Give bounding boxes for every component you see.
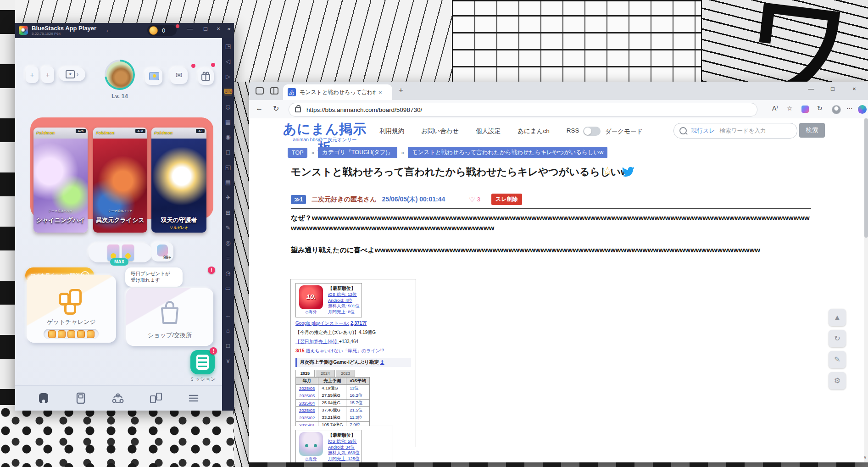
history-icon[interactable]: ↻ xyxy=(817,105,823,112)
like-heart-icon[interactable]: ♡ xyxy=(469,195,475,204)
add-slot-button-2[interactable]: + xyxy=(41,67,54,83)
table-cell[interactable]: 2025/05 xyxy=(296,392,318,400)
address-bar[interactable]: https://bbs.animanch.com/board/5098730/ xyxy=(289,103,757,117)
back-arrow-icon[interactable]: ← xyxy=(105,26,112,33)
android-home-icon[interactable]: ⌂ xyxy=(224,327,232,335)
profile-avatar-icon[interactable] xyxy=(832,105,841,114)
card-dex-button[interactable] xyxy=(145,68,162,85)
search-scope[interactable]: 現行スレ xyxy=(691,127,715,135)
browser-minimize-button[interactable]: — xyxy=(802,85,820,92)
site-nav-link-0[interactable]: 利用規約 xyxy=(379,127,404,135)
table-cell[interactable]: 2025/04 xyxy=(296,400,318,407)
scrollbar-down-icon[interactable]: ∨ xyxy=(863,455,867,460)
new-tab-button[interactable]: + xyxy=(399,86,403,95)
pack-dimension-crisis[interactable]: Pokémon A3a テーマ拡張パック 異次元クライシス xyxy=(93,128,147,233)
sidebar-collapse-icon[interactable]: « xyxy=(224,25,234,32)
post-anchor-badge[interactable]: ≫1 xyxy=(291,195,306,204)
overseas-link[interactable]: ◇海外 xyxy=(298,456,324,462)
install-count-link[interactable]: Google playインストール: xyxy=(295,321,349,326)
rank-link-0[interactable]: iOS 総合: 59位 xyxy=(328,439,360,445)
site-nav-link-2[interactable]: 個人設定 xyxy=(476,127,501,135)
search-input[interactable]: 現行スレ 検索ワードを入力 xyxy=(673,123,797,139)
pack-shining-high[interactable]: Pokémon A2b テーマ拡張パック シャイニングハイ xyxy=(33,128,88,233)
page-reload-button[interactable]: ↻ xyxy=(829,330,846,347)
nav-cards-tab[interactable] xyxy=(74,392,87,405)
rank-link-3[interactable]: 月間売上: 125位 xyxy=(328,456,360,462)
multi-instance-icon[interactable]: ⊞ xyxy=(224,209,232,217)
close-button[interactable]: × xyxy=(213,25,223,32)
rank-link-3[interactable]: 月間売上: 8位 xyxy=(328,309,360,315)
breadcrumb-item-1[interactable]: カテゴリ『TOUGH(タフ)』 xyxy=(318,147,397,158)
nav-home-tab[interactable] xyxy=(37,392,50,405)
page-settings-button[interactable]: ⚙ xyxy=(829,372,846,389)
tab-actions-icon[interactable] xyxy=(269,86,278,95)
maximize-button[interactable]: □ xyxy=(200,25,211,32)
minimize-button[interactable]: — xyxy=(185,25,195,32)
favorite-star-icon[interactable]: ☆ xyxy=(787,105,793,112)
write-post-button[interactable]: ✎ xyxy=(829,351,846,368)
site-nav-link-4[interactable]: RSS xyxy=(567,127,579,135)
nav-menu-tab[interactable] xyxy=(187,392,200,405)
performance-boost-icon[interactable]: ✈ xyxy=(224,194,232,202)
table-cell[interactable]: 2025/02 xyxy=(296,414,318,422)
rank-link-4[interactable]: 月間ファボ: 5位 xyxy=(328,461,360,462)
install-count-value[interactable]: 2,371万 xyxy=(351,321,367,326)
instance-manager-icon[interactable]: ≡ xyxy=(224,254,232,262)
twitter-icon[interactable] xyxy=(622,166,635,178)
get-challenge-card[interactable]: ゲットチャレンジ xyxy=(27,275,116,343)
year-tab-2024[interactable]: 2024 xyxy=(316,370,335,377)
bluestacks-titlebar[interactable]: BlueStacks App Player 5.22.75.1029 P64 ←… xyxy=(15,23,234,38)
browser-back-icon[interactable]: ← xyxy=(256,104,263,112)
table-cell[interactable]: 2025/06 xyxy=(296,385,318,392)
rank-link-1[interactable]: Android: 4位 xyxy=(328,298,360,304)
badge-button[interactable]: ★ › xyxy=(59,67,85,81)
site-nav-link-3[interactable]: あにまんch xyxy=(517,127,550,135)
dark-mode-toggle[interactable] xyxy=(583,127,601,136)
gift-button[interactable] xyxy=(198,68,214,85)
rank-link-0[interactable]: iOS 総合: 12位 xyxy=(328,292,360,298)
player-avatar[interactable] xyxy=(105,60,135,90)
breadcrumb-item-0[interactable]: TOP xyxy=(288,148,307,158)
rank-link-2[interactable]: 無料人気: 669位 xyxy=(328,450,360,456)
volume-icon[interactable]: ◁ xyxy=(224,57,232,66)
browser-tab[interactable]: あ モンストと戦わせろって言われたから戦 × xyxy=(283,84,392,100)
cursor-mode-icon[interactable]: ▷ xyxy=(224,72,232,81)
browser-essentials-icon[interactable] xyxy=(801,106,809,113)
game-guide-icon[interactable]: ▦ xyxy=(224,118,232,126)
android-recents-icon[interactable]: □ xyxy=(224,342,232,350)
table-cell[interactable]: 2025/03 xyxy=(296,407,318,414)
keyboard-controls-icon[interactable]: ⌨ xyxy=(224,88,232,96)
media-manager-icon[interactable]: ▤ xyxy=(224,178,232,187)
browser-refresh-icon[interactable]: ↻ xyxy=(273,104,279,113)
collapse-down-icon[interactable]: ∨ xyxy=(224,357,232,365)
screenshot-icon[interactable]: ◻ xyxy=(224,148,232,156)
sidebar-window-icon[interactable]: ▭ xyxy=(224,284,232,293)
region-capture-icon[interactable]: ◱ xyxy=(224,163,232,172)
android-back-icon[interactable]: ← xyxy=(224,311,232,320)
pack-twin-guardians[interactable]: Pokémon A3 双天の守護者 ソルガレオ xyxy=(151,128,206,233)
rotate-icon[interactable]: ◷ xyxy=(224,269,232,278)
macro-recorder-icon[interactable]: ◉ xyxy=(224,133,232,141)
news-link[interactable]: 超えちゃいけない「爆死」のライン!? xyxy=(306,348,384,353)
favorite-thread-star-icon[interactable]: ☆ xyxy=(602,164,612,178)
coin-counter[interactable]: 0 xyxy=(147,25,177,36)
tab-close-icon[interactable]: × xyxy=(378,89,382,96)
copilot-icon[interactable] xyxy=(858,105,867,114)
shake-icon[interactable]: ◶ xyxy=(224,103,232,111)
nav-battle-tab[interactable] xyxy=(149,392,163,405)
screen-recorder-icon[interactable]: ◎ xyxy=(224,239,232,247)
sales-title-anchor-icon[interactable]: ↥ xyxy=(380,359,384,365)
screen-region-icon[interactable]: ◳ xyxy=(224,42,232,50)
browser-close-button[interactable]: × xyxy=(845,85,863,92)
thread-delete-button[interactable]: スレ削除 xyxy=(491,194,522,205)
eco-mode-icon[interactable]: ✎ xyxy=(224,224,232,232)
nav-social-tab[interactable] xyxy=(111,392,125,405)
next-day-sales-link[interactable]: 【翌日加算売上(※)】 xyxy=(295,339,339,344)
page-scrollbar[interactable] xyxy=(864,118,868,462)
shop-card[interactable]: ショップ/交換所 xyxy=(126,288,213,346)
add-slot-button[interactable]: + xyxy=(26,67,39,83)
year-tab-2023[interactable]: 2023 xyxy=(336,370,355,377)
workspaces-icon[interactable] xyxy=(255,86,264,95)
search-button[interactable]: 検索 xyxy=(799,123,825,138)
mail-button[interactable]: ✉ xyxy=(170,67,188,84)
